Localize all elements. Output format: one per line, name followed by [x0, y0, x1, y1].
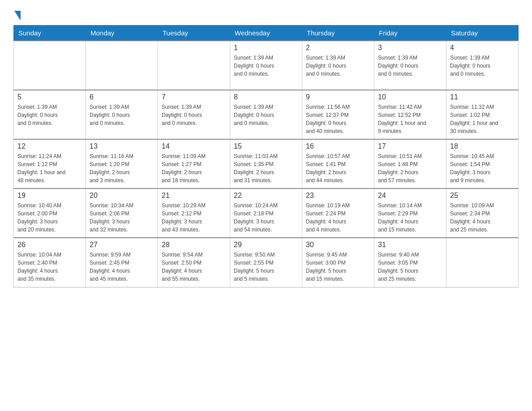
- day-number: 6: [90, 93, 154, 101]
- day-info: Sunrise: 10:19 AM Sunset: 2:24 PM Daylig…: [306, 201, 370, 234]
- calendar-day-cell: 2Sunset: 1:39 AM Daylight: 0 hours and 0…: [302, 41, 374, 90]
- day-info: Sunset: 1:39 AM Daylight: 0 hours and 0 …: [17, 103, 82, 127]
- calendar-week-row: 1Sunset: 1:39 AM Daylight: 0 hours and 0…: [14, 41, 519, 90]
- day-number: 13: [90, 142, 154, 150]
- calendar-day-cell: [446, 238, 519, 287]
- calendar-day-cell: 28Sunrise: 9:54 AM Sunset: 2:50 PM Dayli…: [158, 238, 230, 287]
- day-info: Sunrise: 9:59 AM Sunset: 2:45 PM Dayligh…: [90, 251, 154, 283]
- day-number: 11: [450, 93, 515, 101]
- calendar-day-cell: 29Sunrise: 9:50 AM Sunset: 2:55 PM Dayli…: [230, 238, 302, 287]
- day-info: Sunrise: 9:50 AM Sunset: 2:55 PM Dayligh…: [234, 251, 298, 283]
- day-number: 20: [90, 192, 154, 200]
- day-of-week-header: Friday: [374, 26, 446, 41]
- calendar-day-cell: 8Sunset: 1:39 AM Daylight: 0 hours and 0…: [230, 90, 302, 139]
- day-of-week-header: Thursday: [302, 26, 374, 41]
- calendar-day-cell: 27Sunrise: 9:59 AM Sunset: 2:45 PM Dayli…: [86, 238, 158, 287]
- day-info: Sunrise: 11:16 AM Sunset: 1:20 PM Daylig…: [90, 152, 154, 184]
- day-info: Sunset: 1:39 AM Daylight: 0 hours and 0 …: [90, 103, 154, 127]
- day-number: 17: [378, 142, 442, 150]
- day-info: Sunset: 1:39 AM Daylight: 0 hours and 0 …: [162, 103, 226, 127]
- calendar-day-cell: [158, 41, 230, 90]
- page-header: [13, 9, 519, 21]
- day-info: Sunrise: 9:54 AM Sunset: 2:50 PM Dayligh…: [162, 251, 226, 283]
- day-number: 29: [234, 241, 298, 249]
- calendar-day-cell: 30Sunrise: 9:45 AM Sunset: 3:00 PM Dayli…: [302, 238, 374, 287]
- calendar-table: SundayMondayTuesdayWednesdayThursdayFrid…: [13, 25, 519, 287]
- calendar-day-cell: 22Sunrise: 10:24 AM Sunset: 2:18 PM Dayl…: [230, 188, 302, 238]
- day-number: 21: [162, 192, 226, 200]
- calendar-day-cell: 26Sunrise: 10:04 AM Sunset: 2:40 PM Dayl…: [14, 238, 86, 287]
- calendar-day-cell: 7Sunset: 1:39 AM Daylight: 0 hours and 0…: [158, 90, 230, 139]
- day-info: Sunrise: 10:29 AM Sunset: 2:12 PM Daylig…: [162, 201, 226, 234]
- calendar-day-cell: 20Sunrise: 10:34 AM Sunset: 2:06 PM Dayl…: [86, 188, 158, 238]
- calendar-day-cell: 24Sunrise: 10:14 AM Sunset: 2:29 PM Dayl…: [374, 188, 446, 238]
- day-info: Sunrise: 9:45 AM Sunset: 3:00 PM Dayligh…: [306, 251, 370, 283]
- calendar-day-cell: 3Sunset: 1:39 AM Daylight: 0 hours and 0…: [374, 41, 446, 90]
- calendar-day-cell: 17Sunrise: 10:51 AM Sunset: 1:48 PM Dayl…: [374, 139, 446, 188]
- day-info: Sunrise: 11:32 AM Sunset: 1:02 PM Daylig…: [450, 103, 515, 135]
- day-info: Sunset: 1:39 AM Daylight: 0 hours and 0 …: [234, 54, 298, 78]
- day-info: Sunrise: 10:40 AM Sunset: 2:00 PM Daylig…: [17, 201, 82, 234]
- day-info: Sunrise: 11:09 AM Sunset: 1:27 PM Daylig…: [162, 152, 226, 184]
- day-number: 7: [162, 93, 226, 101]
- day-number: 10: [378, 93, 442, 101]
- calendar-day-cell: 12Sunrise: 11:24 AM Sunset: 1:12 PM Dayl…: [14, 139, 86, 188]
- calendar-day-cell: [14, 41, 86, 90]
- day-info: Sunset: 1:39 AM Daylight: 0 hours and 0 …: [378, 54, 442, 78]
- day-info: Sunrise: 10:24 AM Sunset: 2:18 PM Daylig…: [234, 201, 298, 234]
- day-number: 3: [378, 44, 442, 52]
- calendar-day-cell: 5Sunset: 1:39 AM Daylight: 0 hours and 0…: [14, 90, 86, 139]
- day-number: 30: [306, 241, 370, 249]
- calendar-day-cell: 23Sunrise: 10:19 AM Sunset: 2:24 PM Dayl…: [302, 188, 374, 238]
- day-info: Sunrise: 10:57 AM Sunset: 1:41 PM Daylig…: [306, 152, 370, 184]
- calendar-day-cell: 16Sunrise: 10:57 AM Sunset: 1:41 PM Dayl…: [302, 139, 374, 188]
- calendar-day-cell: [86, 41, 158, 90]
- day-of-week-header: Saturday: [446, 26, 519, 41]
- calendar-day-cell: 18Sunrise: 10:45 AM Sunset: 1:54 PM Dayl…: [446, 139, 519, 188]
- calendar-day-cell: 25Sunrise: 10:09 AM Sunset: 2:34 PM Dayl…: [446, 188, 519, 238]
- day-info: Sunset: 1:39 AM Daylight: 0 hours and 0 …: [234, 103, 298, 127]
- logo-arrow-icon: [14, 11, 21, 21]
- calendar-day-cell: 19Sunrise: 10:40 AM Sunset: 2:00 PM Dayl…: [14, 188, 86, 238]
- day-number: 9: [306, 93, 370, 101]
- day-number: 18: [450, 142, 515, 150]
- day-number: 27: [90, 241, 154, 249]
- day-number: 14: [162, 142, 226, 150]
- calendar-day-cell: 4Sunset: 1:39 AM Daylight: 0 hours and 0…: [446, 41, 519, 90]
- day-number: 8: [234, 93, 298, 101]
- day-info: Sunrise: 11:03 AM Sunset: 1:35 PM Daylig…: [234, 152, 298, 184]
- day-info: Sunrise: 10:14 AM Sunset: 2:29 PM Daylig…: [378, 201, 442, 234]
- day-info: Sunrise: 11:56 AM Sunset: 12:37 PM Dayli…: [306, 103, 370, 135]
- logo: [13, 9, 21, 21]
- day-info: Sunrise: 9:40 AM Sunset: 3:05 PM Dayligh…: [378, 251, 442, 283]
- calendar-header-row: SundayMondayTuesdayWednesdayThursdayFrid…: [14, 26, 519, 41]
- calendar-week-row: 19Sunrise: 10:40 AM Sunset: 2:00 PM Dayl…: [14, 188, 519, 238]
- day-number: 2: [306, 44, 370, 52]
- day-info: Sunrise: 11:24 AM Sunset: 1:12 PM Daylig…: [17, 152, 82, 184]
- day-of-week-header: Wednesday: [230, 26, 302, 41]
- calendar-day-cell: 6Sunset: 1:39 AM Daylight: 0 hours and 0…: [86, 90, 158, 139]
- day-info: Sunrise: 10:51 AM Sunset: 1:48 PM Daylig…: [378, 152, 442, 184]
- day-info: Sunrise: 11:42 AM Sunset: 12:52 PM Dayli…: [378, 103, 442, 135]
- day-number: 1: [234, 44, 298, 52]
- calendar-week-row: 12Sunrise: 11:24 AM Sunset: 1:12 PM Dayl…: [14, 139, 519, 188]
- day-number: 31: [378, 241, 442, 249]
- day-number: 5: [17, 93, 82, 101]
- day-number: 16: [306, 142, 370, 150]
- calendar-day-cell: 10Sunrise: 11:42 AM Sunset: 12:52 PM Day…: [374, 90, 446, 139]
- day-number: 4: [450, 44, 515, 52]
- day-info: Sunrise: 10:04 AM Sunset: 2:40 PM Daylig…: [17, 251, 82, 283]
- day-of-week-header: Sunday: [14, 26, 86, 41]
- day-of-week-header: Tuesday: [158, 26, 230, 41]
- calendar-day-cell: 15Sunrise: 11:03 AM Sunset: 1:35 PM Dayl…: [230, 139, 302, 188]
- day-number: 24: [378, 192, 442, 200]
- day-number: 26: [17, 241, 82, 249]
- calendar-day-cell: 9Sunrise: 11:56 AM Sunset: 12:37 PM Dayl…: [302, 90, 374, 139]
- day-number: 19: [17, 192, 82, 200]
- calendar-week-row: 26Sunrise: 10:04 AM Sunset: 2:40 PM Dayl…: [14, 238, 519, 287]
- day-number: 15: [234, 142, 298, 150]
- day-info: Sunset: 1:39 AM Daylight: 0 hours and 0 …: [450, 54, 515, 78]
- day-number: 22: [234, 192, 298, 200]
- day-info: Sunset: 1:39 AM Daylight: 0 hours and 0 …: [306, 54, 370, 78]
- calendar-week-row: 5Sunset: 1:39 AM Daylight: 0 hours and 0…: [14, 90, 519, 139]
